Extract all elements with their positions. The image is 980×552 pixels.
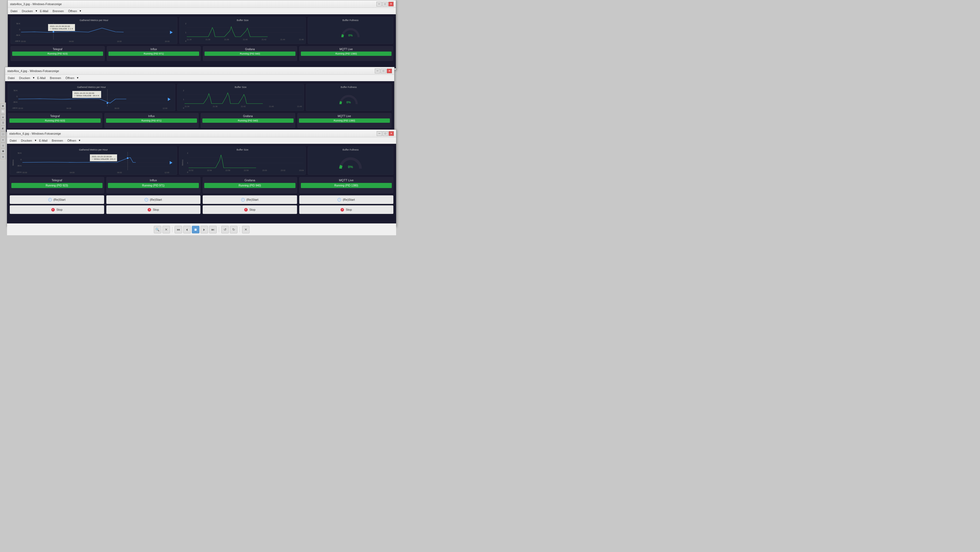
delete-btn[interactable]: ✕ [242, 226, 250, 233]
maximize-btn-3[interactable]: □ [383, 131, 388, 136]
menu-oeffnen-3[interactable]: Öffnen [65, 138, 78, 143]
menu-drucken-3[interactable]: Drucken [19, 138, 34, 143]
menu-oeffnen-1[interactable]: Öffnen [66, 9, 78, 13]
menubar-1: Datei Drucken ▾ E-Mail Brennen Öffnen ▾ [8, 8, 396, 14]
chart-title-2-0: Gathered Metrics per Hour [10, 86, 173, 89]
close-btn-1[interactable]: ✕ [388, 2, 394, 6]
sidebar-icon-7[interactable]: ♦ [0, 137, 6, 142]
prev-btn[interactable]: ⏴ [183, 226, 191, 233]
minimize-btn-2[interactable]: ─ [375, 68, 380, 73]
photo-window-3[interactable]: stats4lox_6.jpg - Windows-Fotoanzeige ─ … [7, 129, 396, 227]
photo-toolbar: 🔍 ✕ ⏮ ⏴ ⏹ ⏵ ⏭ ↺ ↻ ✕ [7, 223, 396, 235]
window-controls-3[interactable]: ─ □ ✕ [377, 131, 394, 136]
menu-drucken-2[interactable]: Drucken [18, 76, 32, 80]
window-content-1: Gathered Metrics per Hour 50 K 0 -50 K -… [8, 14, 396, 68]
sidebar-icon-8[interactable]: ◎ [0, 143, 6, 148]
titlebar-1: stats4lox_3.jpg - Windows-Fotoanzeige ─ … [8, 0, 396, 8]
photo-window-1[interactable]: stats4lox_3.jpg - Windows-Fotoanzeige ─ … [8, 0, 396, 70]
first-btn[interactable]: ⏮ [175, 226, 182, 233]
menubar-2: Datei Drucken ▾ E-Mail Brennen Öffnen ▾ [5, 75, 394, 81]
tooltip-1-0: 2021-10-23 06:00:00 ─ Writes InfluxDB: 2… [48, 24, 75, 31]
rotate-right-btn[interactable]: ↻ [230, 226, 237, 233]
menubar-3: Datei Drucken ▾ E-Mail Brennen Öffnen ▾ [7, 137, 396, 144]
sidebar: ▣ ⬜ ◈ ☰ ◩ ⬡ ♦ ◎ ⬟ ⊞ [0, 102, 6, 160]
window-title-3: stats4lox_6.jpg - Windows-Fotoanzeige [9, 132, 61, 135]
last-btn[interactable]: ⏭ [209, 226, 217, 233]
sidebar-icon-5[interactable]: ◩ [0, 126, 6, 131]
restart-btn-grafana[interactable]: ✓ (Re)Start [203, 195, 297, 204]
window-controls-1[interactable]: ─ □ ✕ [376, 2, 394, 6]
menu-drucken-1[interactable]: Drucken [20, 9, 35, 13]
chart-title-3-0: Gathered Metrics per Hour [11, 148, 175, 151]
tooltip-2-0: 2021-10-23 21:00:00 ─ Writes InfluxDB: -… [72, 91, 101, 98]
menu-brennen-3[interactable]: Brennen [50, 138, 65, 143]
chart-title-3-1: Buffer Size [181, 148, 304, 151]
maximize-btn-1[interactable]: □ [382, 2, 388, 6]
svg-text:0%: 0% [347, 101, 351, 104]
minimize-btn-1[interactable]: ─ [376, 2, 382, 6]
photo-window-2[interactable]: stats4lox_4.jpg - Windows-Fotoanzeige ─ … [5, 67, 395, 132]
window-controls-2[interactable]: ─ □ ✕ [375, 68, 392, 73]
play-btn[interactable]: ⏹ [192, 226, 199, 233]
stop-btn-influx[interactable]: ✕ Stop [106, 205, 201, 214]
restart-btn-influx[interactable]: ✓ (Re)Start [106, 195, 201, 204]
chart-title-1-1: Buffer Size [181, 19, 304, 22]
rotate-left-btn[interactable]: ↺ [221, 226, 229, 233]
window-content-3: Gathered Metrics per Hour Metrics 50 K 0… [7, 144, 396, 223]
chart-title-1-0: Gathered Metrics per Hour [13, 19, 175, 22]
tooltip-3-0: 2021-10-23 22:00:00 ─ Writes InfluxDB: 2… [90, 154, 117, 161]
stop-btn-grafana[interactable]: ✕ Stop [203, 205, 297, 214]
menu-datei-2[interactable]: Datei [6, 76, 16, 80]
close-toolbar-btn[interactable]: ✕ [162, 226, 170, 233]
menu-email-3[interactable]: E-Mail [38, 138, 49, 143]
maximize-btn-2[interactable]: □ [381, 68, 386, 73]
chart-title-3-2: Buffer Fullness [343, 148, 359, 151]
menu-brennen-1[interactable]: Brennen [51, 9, 65, 13]
window-content-2: Gathered Metrics per Hour 50 K 0 -50 K -… [5, 81, 394, 132]
svg-point-20 [127, 157, 129, 159]
close-btn-2[interactable]: ✕ [387, 68, 392, 73]
restart-btn-telegraf[interactable]: ✓ (Re)Start [10, 195, 104, 204]
next-btn[interactable]: ⏵ [200, 226, 208, 233]
sidebar-icon-1[interactable]: ▣ [0, 103, 6, 108]
window-title-1: stats4lox_3.jpg - Windows-Fotoanzeige [10, 2, 62, 6]
menu-oeffnen-2[interactable]: Öffnen [64, 76, 76, 80]
restart-btn-mqtt[interactable]: ✓ (Re)Start [299, 195, 394, 204]
sidebar-icon-6[interactable]: ⬡ [0, 131, 6, 137]
svg-point-4 [52, 31, 54, 33]
stop-btn-mqtt[interactable]: ✕ Stop [299, 205, 394, 214]
sidebar-icon-3[interactable]: ◈ [0, 115, 6, 120]
svg-text:0%: 0% [348, 165, 353, 169]
menu-datei-1[interactable]: Datei [9, 9, 19, 13]
stop-btn-telegraf[interactable]: ✕ Stop [10, 205, 104, 214]
sidebar-icon-2[interactable]: ⬜ [0, 109, 6, 114]
search-btn[interactable]: 🔍 [154, 226, 161, 233]
titlebar-3: stats4lox_6.jpg - Windows-Fotoanzeige ─ … [7, 130, 396, 137]
close-btn-3[interactable]: ✕ [388, 131, 394, 136]
svg-point-12 [107, 102, 108, 104]
menu-datei-3[interactable]: Datei [8, 138, 18, 143]
sidebar-icon-4[interactable]: ☰ [0, 120, 6, 126]
chart-title-2-1: Buffer Size [179, 86, 302, 89]
menu-brennen-2[interactable]: Brennen [48, 76, 63, 80]
sidebar-icon-9[interactable]: ⬟ [0, 148, 6, 154]
window-title-2: stats4lox_4.jpg - Windows-Fotoanzeige [7, 69, 59, 73]
chart-title-2-2: Buffer Fullness [341, 86, 357, 89]
chart-title-1-2: Buffer Fullness [342, 19, 359, 22]
minimize-btn-3[interactable]: ─ [377, 131, 382, 136]
titlebar-2: stats4lox_4.jpg - Windows-Fotoanzeige ─ … [5, 67, 394, 75]
menu-email-2[interactable]: E-Mail [36, 76, 47, 80]
menu-email-1[interactable]: E-Mail [38, 9, 50, 13]
svg-text:0%: 0% [348, 34, 353, 37]
sidebar-icon-10[interactable]: ⊞ [0, 154, 6, 159]
